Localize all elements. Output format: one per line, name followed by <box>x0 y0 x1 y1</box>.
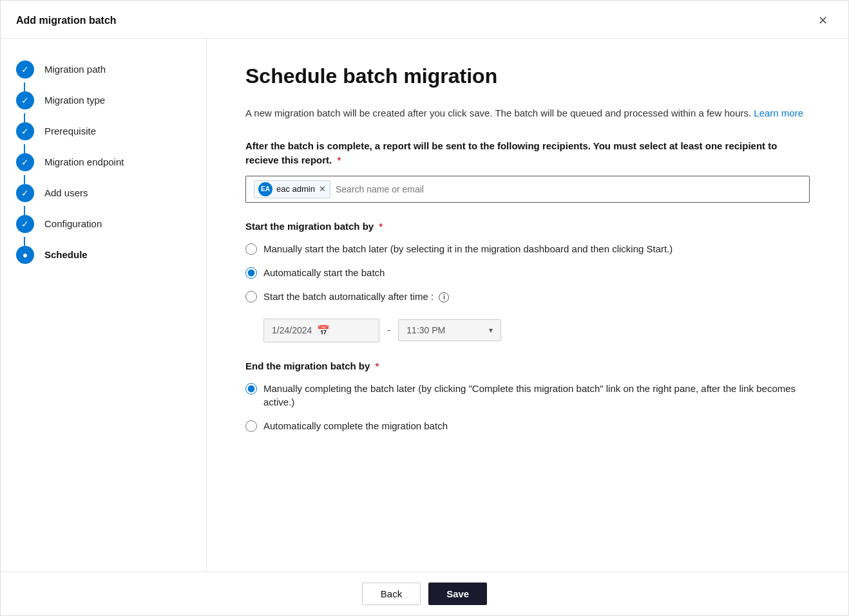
save-button[interactable]: Save <box>428 583 487 605</box>
dash-separator: - <box>387 324 390 336</box>
end-section-title: End the migration batch by * <box>245 360 810 371</box>
calendar-icon: 📅 <box>317 324 330 337</box>
time-input[interactable]: 11:30 PM ▾ <box>398 319 501 341</box>
manually-end-label[interactable]: Manually completing the batch later (by … <box>263 382 810 409</box>
auto-start-radio[interactable] <box>245 267 257 279</box>
step-icon-prerequisite: ✓ <box>16 122 34 140</box>
datetime-row: 1/24/2024 📅 - 11:30 PM ▾ <box>263 319 810 342</box>
dialog-title: Add migration batch <box>16 15 117 26</box>
start-radio-group: Manually start the batch later (by selec… <box>245 242 810 342</box>
sidebar-item-migration-endpoint[interactable]: ✓Migration endpoint <box>1 147 206 178</box>
recipient-name: eac admin <box>276 184 315 194</box>
end-required: * <box>372 360 379 371</box>
step-label-add-users: Add users <box>44 184 88 200</box>
close-button[interactable]: ✕ <box>813 11 833 30</box>
recipient-tag: EA eac admin ✕ <box>254 180 330 198</box>
recipient-remove-button[interactable]: ✕ <box>319 185 326 193</box>
start-option-auto: Automatically start the batch <box>245 266 810 279</box>
main-container: ✓Migration path✓Migration type✓Prerequis… <box>1 39 848 572</box>
time-value: 11:30 PM <box>406 325 445 335</box>
recipient-search-input[interactable] <box>336 184 801 194</box>
back-button[interactable]: Back <box>362 583 421 605</box>
manually-end-radio[interactable] <box>245 383 257 395</box>
title-bar: Add migration batch ✕ <box>1 1 848 39</box>
auto-start-time-label[interactable]: Start the batch automatically after time… <box>263 290 449 303</box>
manually-start-radio[interactable] <box>245 243 257 255</box>
step-label-configuration: Configuration <box>44 215 102 230</box>
step-label-schedule: Schedule <box>44 246 88 261</box>
sidebar: ✓Migration path✓Migration type✓Prerequis… <box>1 39 207 572</box>
sidebar-item-configuration[interactable]: ✓Configuration <box>1 209 206 239</box>
sidebar-item-migration-path[interactable]: ✓Migration path <box>1 54 206 85</box>
sidebar-item-prerequisite[interactable]: ✓Prerequisite <box>1 116 206 147</box>
recipients-required: * <box>334 154 341 165</box>
start-section-title: Start the migration batch by * <box>245 221 810 232</box>
info-icon: i <box>439 292 449 303</box>
start-required: * <box>376 221 383 232</box>
time-dropdown-arrow: ▾ <box>489 326 493 335</box>
sidebar-item-schedule: ●Schedule <box>1 239 206 270</box>
step-label-prerequisite: Prerequisite <box>44 122 96 138</box>
step-icon-migration-type: ✓ <box>16 91 34 109</box>
recipient-input-container[interactable]: EA eac admin ✕ <box>245 176 810 203</box>
sidebar-item-migration-type[interactable]: ✓Migration type <box>1 85 206 116</box>
step-label-migration-path: Migration path <box>44 61 106 76</box>
step-label-migration-endpoint: Migration endpoint <box>44 153 124 169</box>
step-icon-configuration: ✓ <box>16 215 34 233</box>
page-title: Schedule batch migration <box>245 64 810 88</box>
recipient-avatar: EA <box>258 182 272 196</box>
step-icon-add-users: ✓ <box>16 184 34 202</box>
date-value: 1/24/2024 <box>272 325 312 335</box>
start-option-manually: Manually start the batch later (by selec… <box>245 242 810 256</box>
auto-complete-radio[interactable] <box>245 420 257 432</box>
sidebar-item-add-users[interactable]: ✓Add users <box>1 178 206 209</box>
auto-start-label[interactable]: Automatically start the batch <box>263 266 385 279</box>
auto-start-time-radio[interactable] <box>245 291 257 303</box>
step-icon-migration-endpoint: ✓ <box>16 153 34 171</box>
end-option-manually: Manually completing the batch later (by … <box>245 382 810 409</box>
recipients-label: After the batch is complete, a report wi… <box>245 139 810 168</box>
start-option-time: Start the batch automatically after time… <box>245 290 810 303</box>
learn-more-link[interactable]: Learn more <box>754 107 803 118</box>
info-text: A new migration batch will be created af… <box>245 106 810 121</box>
end-section: End the migration batch by * Manually co… <box>245 360 810 433</box>
auto-complete-label[interactable]: Automatically complete the migration bat… <box>263 419 448 433</box>
step-icon-migration-path: ✓ <box>16 61 34 79</box>
footer: Back Save <box>1 572 848 615</box>
step-icon-schedule: ● <box>16 246 34 264</box>
end-radio-group: Manually completing the batch later (by … <box>245 382 810 433</box>
step-label-migration-type: Migration type <box>44 91 105 107</box>
date-input[interactable]: 1/24/2024 📅 <box>263 319 379 342</box>
end-option-auto: Automatically complete the migration bat… <box>245 419 810 433</box>
content-area: Schedule batch migration A new migration… <box>207 39 848 572</box>
manually-start-label[interactable]: Manually start the batch later (by selec… <box>263 242 673 256</box>
